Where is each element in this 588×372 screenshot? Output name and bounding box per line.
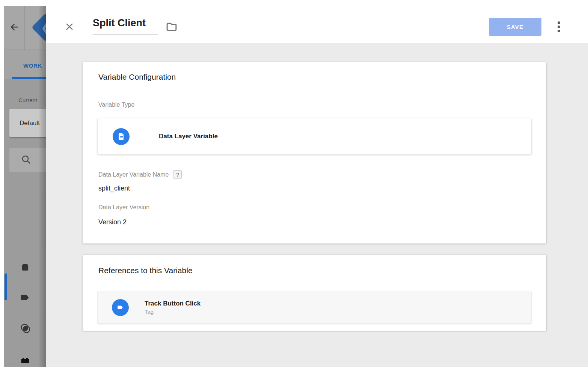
reference-item-title: Track Button Click: [145, 300, 201, 307]
name-label-text: Data Layer Variable Name: [98, 171, 169, 178]
app-topbar: ❮: [4, 6, 46, 50]
close-icon[interactable]: [64, 21, 75, 32]
tab-workspace[interactable]: WORK: [23, 62, 42, 69]
current-workspace-label: Current: [18, 97, 37, 103]
references-heading: References to this Variable: [98, 266, 193, 275]
data-layer-variable-name-value[interactable]: split_client: [98, 184, 130, 192]
help-icon[interactable]: ?: [173, 170, 182, 179]
workspace-side-panel: Current Default: [4, 79, 46, 367]
variable-editor-dialog: Split Client SAVE Variable Configuration…: [46, 0, 588, 367]
folder-icon[interactable]: [165, 21, 179, 32]
data-layer-variable-icon: [113, 128, 130, 145]
save-button[interactable]: SAVE: [489, 18, 541, 36]
search-icon: [21, 154, 32, 165]
overview-icon[interactable]: [20, 263, 30, 273]
variable-type-selector[interactable]: Data Layer Variable: [98, 118, 531, 154]
references-card: References to this Variable Track Button…: [83, 255, 546, 331]
variable-type-value: Data Layer Variable: [159, 133, 218, 140]
variable-configuration-card: Variable Configuration Variable Type Dat…: [83, 62, 546, 243]
workspace-selector[interactable]: Default: [9, 109, 46, 137]
tag-icon: [112, 299, 129, 316]
variables-icon[interactable]: [20, 355, 30, 366]
more-options-icon[interactable]: [553, 19, 564, 34]
dimmed-workspace-background: ❮ WORK Current Default: [4, 6, 46, 367]
reference-list-item[interactable]: Track Button Click Tag: [98, 291, 531, 324]
back-arrow-icon[interactable]: [9, 22, 20, 32]
variable-type-label: Variable Type: [98, 101, 134, 108]
variable-configuration-heading: Variable Configuration: [98, 73, 176, 82]
data-layer-variable-name-label: Data Layer Variable Name ?: [98, 170, 182, 179]
data-layer-version-label: Data Layer Version: [98, 204, 149, 211]
workspace-tabstrip: WORK: [4, 50, 46, 79]
reference-item-text: Track Button Click Tag: [145, 300, 201, 315]
gtm-logo-icon: ❮: [32, 13, 46, 42]
topbar-divider: [24, 6, 25, 50]
tags-icon[interactable]: [20, 293, 30, 304]
dialog-header: Split Client SAVE: [46, 0, 588, 43]
reference-item-subtitle: Tag: [145, 308, 201, 315]
gtm-variable-editor-screen: ❮ WORK Current Default: [0, 0, 588, 372]
triggers-icon[interactable]: [20, 323, 30, 333]
active-nav-indicator: [5, 274, 7, 300]
workspace-name: Default: [20, 119, 40, 127]
data-layer-version-value[interactable]: Version 2: [98, 218, 127, 226]
variable-name-input[interactable]: Split Client: [93, 17, 158, 35]
search-box[interactable]: [9, 148, 46, 172]
